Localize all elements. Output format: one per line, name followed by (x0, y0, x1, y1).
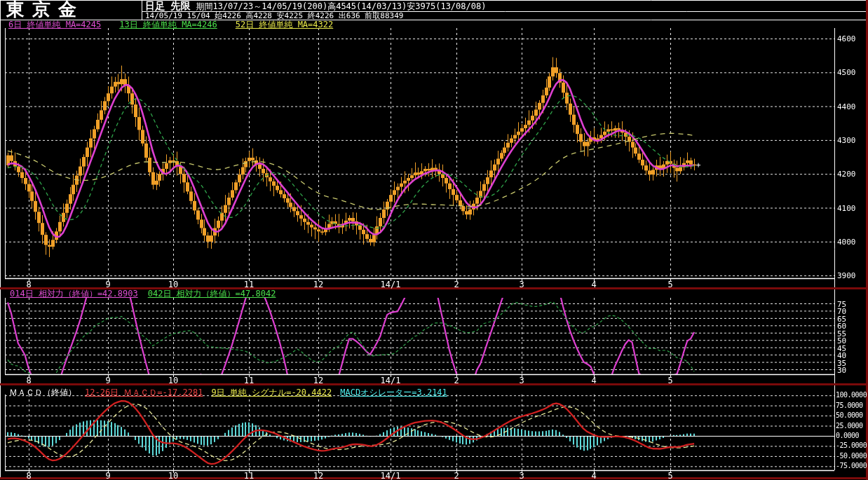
rsi-x-tick-label: 8 (18, 376, 39, 385)
rsi-x-tick-label: 2 (446, 376, 467, 385)
price-axis-label: 3900 (837, 271, 856, 280)
macd-title-label: ＭＡＣＤ（終値） (9, 388, 76, 397)
chart-header-line1: 日足 先限期間13/07/23～14/05/19(200)高4545(14/03… (145, 1, 486, 11)
rsi-x-tick-label: 12 (308, 376, 329, 385)
price-chart-canvas[interactable] (0, 0, 868, 480)
rsi-axis-label: 30 (837, 366, 846, 375)
rsi-legend: 014日 相対力（終値）=42.8903 042日 相対力（終値）=47.804… (10, 289, 276, 298)
macd-x-tick-label: 12 (308, 471, 329, 480)
price-axis-label: 4300 (837, 136, 856, 145)
quote-line: 14/05/19 15/04 始4226 高4228 安4225 終4226 出… (145, 12, 403, 20)
price-axis-label: 4500 (837, 68, 856, 77)
period-range-label: 期間13/07/23～14/05/19(200)高4545(14/03/13)安… (196, 1, 486, 11)
main-x-tick-label: 3 (511, 280, 532, 289)
rsi-x-tick-label: 10 (163, 376, 184, 385)
macd-x-tick-label: 3 (511, 471, 532, 480)
ma52-legend-item: 52日 終値単純 MA=4322 (236, 20, 333, 29)
macd-axis-label: 75.0000 (836, 402, 863, 409)
main-x-tick-label: 5 (660, 280, 681, 289)
macd-axis-label: 0.0000 (836, 432, 859, 439)
ma13-legend-item: 13日 終値単純 MA=4246 (119, 20, 217, 29)
macd-signal-label: 9日 単純 シグナル=-20.4422 (211, 388, 332, 397)
macd-axis-label: -75.0000 (836, 462, 867, 469)
rsi-x-tick-label: 5 (660, 376, 681, 385)
rsi14-legend-item: 014日 相対力（終値）=42.8903 (10, 289, 138, 298)
instrument-title: 東京金 (6, 0, 84, 19)
macd-value-label: 12-26日 ＭＡＣＤ=-17.2281 (85, 388, 203, 397)
rsi-x-tick-label: 14/1 (380, 376, 401, 385)
macd-x-tick-label: 10 (163, 471, 184, 480)
macd-axis-label: 100.0000 (836, 391, 867, 399)
macd-oscillator-label: MACDオシレーター=3.2141 (340, 388, 447, 397)
rsi-x-tick-label: 9 (97, 376, 118, 385)
macd-x-tick-label: 5 (660, 471, 681, 480)
rsi-x-tick-label: 11 (238, 376, 259, 385)
main-x-tick-label: 8 (18, 280, 39, 289)
main-x-tick-label: 4 (583, 280, 604, 289)
ma-legend: 6日 終値単純 MA=4245 13日 終値単純 MA=4246 52日 終値単… (8, 20, 333, 29)
price-axis-label: 4200 (837, 170, 856, 179)
price-axis-label: 4400 (837, 102, 856, 111)
macd-legend: ＭＡＣＤ（終値） 12-26日 ＭＡＣＤ=-17.2281 9日 単純 シグナル… (9, 388, 447, 397)
macd-x-tick-label: 9 (97, 471, 118, 480)
main-x-tick-label: 14/1 (380, 280, 401, 289)
rsi42-legend-item: 042日 相対力（終値）=47.8042 (148, 289, 276, 298)
main-x-tick-label: 10 (163, 280, 184, 289)
main-x-tick-label: 11 (238, 280, 259, 289)
rsi-x-tick-label: 4 (583, 376, 604, 385)
macd-axis-label: 50.0000 (836, 411, 863, 419)
price-axis-label: 4000 (837, 238, 856, 247)
macd-x-tick-label: 14/1 (380, 471, 401, 480)
macd-x-tick-label: 4 (583, 471, 604, 480)
price-axis-label: 4100 (837, 204, 856, 213)
macd-x-tick-label: 2 (446, 471, 467, 480)
macd-axis-label: 25.0000 (836, 422, 863, 430)
rsi-x-tick-label: 3 (511, 376, 532, 385)
macd-x-tick-label: 8 (18, 471, 39, 480)
price-axis-label: 4600 (837, 34, 856, 43)
main-x-tick-label: 9 (97, 280, 118, 289)
macd-axis-label: -25.0000 (836, 441, 867, 449)
main-x-tick-label: 2 (446, 280, 467, 289)
main-x-tick-label: 12 (308, 280, 329, 289)
ma6-legend-item: 6日 終値単純 MA=4245 (8, 20, 101, 29)
macd-axis-label: -50.0000 (836, 452, 867, 460)
chart-window: 東京金 日足 先限期間13/07/23～14/05/19(200)高4545(1… (0, 0, 868, 480)
timeframe-label: 日足 先限 (145, 0, 190, 11)
macd-x-tick-label: 11 (238, 471, 259, 480)
